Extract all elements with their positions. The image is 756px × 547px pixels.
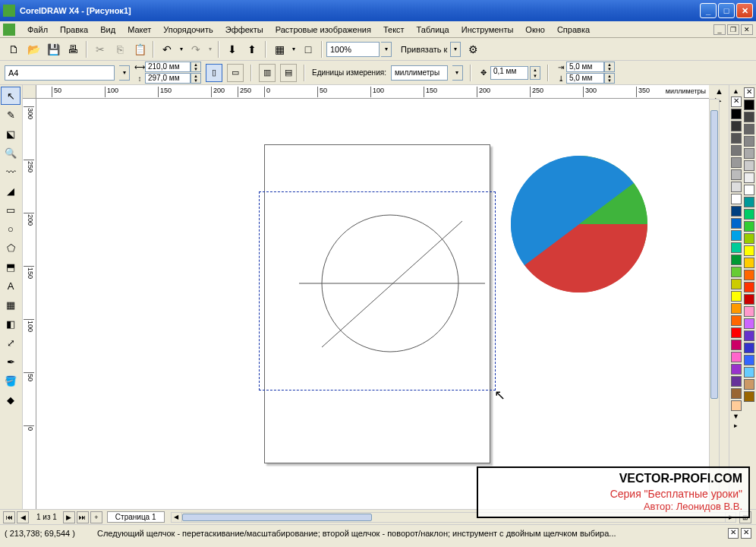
paste-button[interactable]: 📋 [131, 40, 149, 58]
color-swatch[interactable] [731, 400, 742, 411]
mdi-restore-button[interactable]: ❐ [727, 24, 739, 35]
menu-tools[interactable]: Инструменты [455, 24, 520, 36]
add-page-button[interactable]: + [90, 511, 102, 523]
redo-dropdown[interactable]: ▾ [206, 40, 214, 58]
color-swatch[interactable] [731, 364, 742, 375]
color-swatch[interactable] [731, 327, 742, 338]
color-swatch[interactable] [744, 100, 754, 110]
color-swatch[interactable] [744, 270, 754, 280]
page-height-input[interactable]: 297,0 мм [145, 73, 191, 84]
color-swatch[interactable] [744, 258, 754, 268]
menu-bitmaps[interactable]: Растровые изображения [269, 24, 377, 36]
color-swatch[interactable] [731, 291, 742, 302]
text-tool[interactable]: A [1, 277, 20, 295]
height-spinner[interactable]: ▲▼ [191, 73, 201, 84]
menu-edit[interactable]: Правка [54, 24, 94, 36]
view-up-button[interactable]: ▲ [715, 87, 723, 94]
menu-file[interactable]: Файл [21, 24, 54, 36]
ellipse-tool[interactable]: ○ [1, 220, 20, 238]
color-swatch[interactable] [731, 340, 742, 350]
menu-help[interactable]: Справка [551, 24, 596, 36]
close-button[interactable]: ✕ [736, 3, 753, 18]
page-size-select[interactable]: A4 [5, 65, 115, 81]
fill-indicator[interactable] [728, 528, 739, 539]
menu-window[interactable]: Окно [519, 24, 551, 36]
redo-button[interactable]: ↷ [187, 40, 205, 58]
color-swatch[interactable] [731, 376, 742, 387]
shape-tool[interactable]: ✎ [1, 106, 20, 124]
scrollbar-thumb[interactable] [710, 110, 718, 399]
export-button[interactable]: ⬆ [243, 40, 261, 58]
width-spinner[interactable]: ▲▼ [191, 62, 201, 72]
color-swatch[interactable] [744, 306, 754, 317]
color-swatch[interactable] [744, 245, 754, 256]
pick-tool[interactable]: ↖ [1, 87, 20, 105]
menu-table[interactable]: Таблица [411, 24, 455, 36]
crop-tool[interactable]: ⬕ [1, 125, 20, 143]
color-swatch[interactable] [744, 294, 754, 305]
outline-tool[interactable]: ✒ [1, 353, 20, 371]
page-width-input[interactable]: 210,0 мм [145, 62, 191, 72]
color-swatch[interactable] [731, 121, 742, 131]
zoom-tool[interactable]: 🔍 [1, 144, 20, 162]
all-pages-button[interactable]: ▥ [259, 64, 276, 82]
mdi-close-button[interactable]: ✕ [741, 24, 753, 35]
color-swatch[interactable] [744, 160, 754, 171]
units-dropdown[interactable]: ▾ [452, 65, 463, 81]
minimize-button[interactable]: _ [700, 3, 717, 18]
open-button[interactable]: 📂 [24, 40, 43, 58]
new-button[interactable]: 🗋 [5, 40, 23, 58]
pie-chart-object[interactable] [507, 152, 651, 296]
save-button[interactable]: 💾 [44, 40, 62, 58]
color-swatch[interactable] [731, 133, 742, 144]
color-swatch[interactable] [731, 352, 742, 362]
color-swatch[interactable] [744, 172, 754, 183]
drawing-viewport[interactable]: ↖ [36, 99, 709, 509]
page-tab-1[interactable]: Страница 1 [107, 511, 165, 523]
portrait-button[interactable]: ▯ [206, 64, 222, 82]
color-swatch[interactable] [731, 315, 742, 326]
freehand-tool[interactable]: 〰 [1, 163, 20, 181]
mdi-minimize-button[interactable]: _ [713, 24, 726, 35]
vertical-scrollbar[interactable] [709, 99, 720, 509]
print-button[interactable]: 🖶 [64, 40, 82, 58]
units-select[interactable]: миллиметры [391, 65, 448, 81]
color-swatch[interactable] [744, 282, 754, 292]
color-swatch[interactable] [744, 233, 754, 244]
color-swatch[interactable] [744, 379, 754, 390]
color-swatch[interactable] [744, 112, 754, 122]
color-swatch[interactable] [731, 218, 742, 229]
nudge-input[interactable]: 0,1 мм [490, 66, 528, 80]
last-page-button[interactable]: ⏭ [77, 511, 89, 523]
eyedropper-tool[interactable]: ⤢ [1, 334, 20, 352]
color-swatch[interactable] [744, 367, 754, 378]
color-swatch[interactable] [744, 318, 754, 329]
menu-layout[interactable]: Макет [121, 24, 157, 36]
landscape-button[interactable]: ▭ [227, 64, 244, 82]
options-button[interactable]: ⚙ [464, 40, 482, 58]
interactive-fill-tool[interactable]: ◆ [1, 390, 20, 409]
maximize-button[interactable]: □ [718, 3, 735, 18]
color-swatch[interactable] [731, 255, 742, 265]
color-swatch[interactable] [731, 145, 742, 156]
smart-fill-tool[interactable]: ◢ [1, 182, 20, 200]
next-page-button[interactable]: ▶ [63, 511, 75, 523]
table-tool[interactable]: ▦ [1, 296, 20, 314]
color-swatch[interactable] [744, 124, 754, 134]
color-swatch[interactable] [731, 182, 742, 192]
horizontal-ruler[interactable]: 50 100 150 200 250 0 50 100 150 200 250 … [36, 85, 709, 99]
color-swatch[interactable] [731, 267, 742, 277]
color-swatch[interactable] [731, 157, 742, 168]
app-dropdown[interactable]: ▾ [290, 40, 298, 58]
palette-flyout-button[interactable]: ▸ [730, 421, 742, 430]
color-swatch[interactable] [731, 230, 742, 241]
color-swatch[interactable] [744, 391, 754, 402]
color-swatch[interactable] [731, 169, 742, 180]
color-swatch[interactable] [744, 330, 754, 341]
dup-y-input[interactable]: 5,0 мм [566, 73, 604, 84]
color-swatch[interactable] [744, 343, 754, 353]
dup-x-spinner[interactable]: ▲▼ [604, 62, 615, 72]
color-swatch[interactable] [744, 355, 754, 365]
rectangle-tool[interactable]: ▭ [1, 201, 20, 219]
prev-page-button[interactable]: ◀ [17, 511, 29, 523]
